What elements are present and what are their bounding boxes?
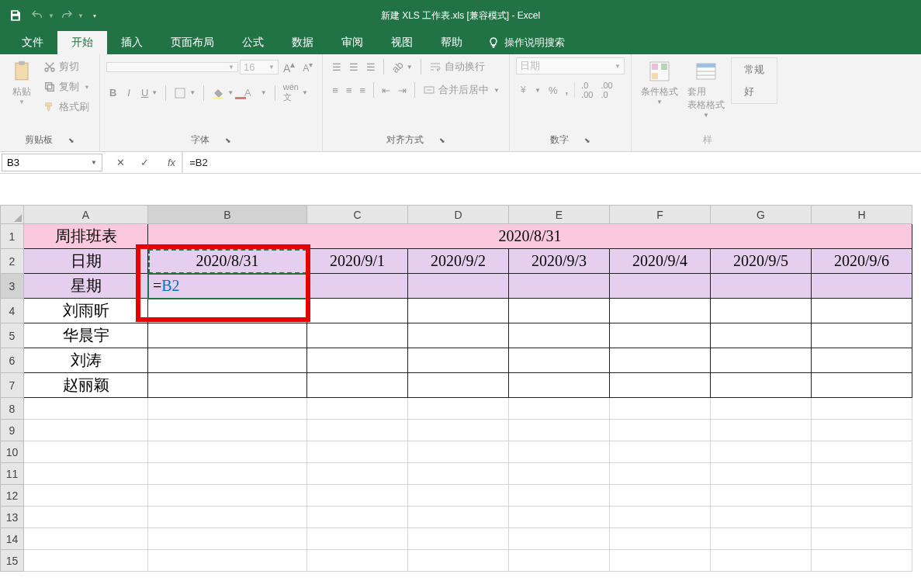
save-icon[interactable] <box>6 6 25 25</box>
cell-B2[interactable]: 2020/8/31 <box>148 249 307 274</box>
row-header-7[interactable]: 7 <box>1 373 24 398</box>
cell-F9[interactable] <box>610 420 711 441</box>
cell-E7[interactable] <box>509 373 610 398</box>
cell-C4[interactable] <box>307 299 408 323</box>
cell-A4[interactable]: 刘雨昕 <box>24 299 148 323</box>
cell-G15[interactable] <box>711 550 812 572</box>
align-launcher-icon[interactable]: ⬊ <box>439 137 445 144</box>
row-header-13[interactable]: 13 <box>1 507 24 528</box>
row-header-1[interactable]: 1 <box>1 224 24 249</box>
accounting-format-button[interactable]: ¥▼ <box>516 81 544 99</box>
col-header-B[interactable]: B <box>148 206 307 224</box>
qat-customize-icon[interactable]: ▾ <box>93 12 96 19</box>
align-left-button[interactable]: ≡ <box>329 81 341 99</box>
cell-D5[interactable] <box>408 323 509 348</box>
cell-C11[interactable] <box>307 463 408 485</box>
row-header-10[interactable]: 10 <box>1 441 24 463</box>
increase-font-button[interactable]: A▴ <box>280 57 298 76</box>
cell-F14[interactable] <box>610 528 711 550</box>
cell-C5[interactable] <box>307 323 408 348</box>
cell-F12[interactable] <box>610 485 711 507</box>
cell-B8[interactable] <box>148 398 307 420</box>
align-center-button[interactable]: ≡ <box>343 81 355 99</box>
cell-H10[interactable] <box>812 441 912 463</box>
tab-help[interactable]: 帮助 <box>427 31 476 54</box>
cut-button[interactable]: 剪切 <box>40 57 93 76</box>
number-format-combo[interactable]: 日期▼ <box>516 57 625 74</box>
increase-decimal-button[interactable]: .0.00 <box>578 79 596 101</box>
wrap-text-button[interactable]: 自动换行 <box>426 57 488 76</box>
cell-E8[interactable] <box>509 398 610 420</box>
cell-A1[interactable]: 周排班表 <box>24 224 148 249</box>
cell-A3[interactable]: 星期 <box>24 274 148 299</box>
formula-cancel-button[interactable]: ✕ <box>112 155 130 170</box>
cell-F2[interactable]: 2020/9/4 <box>610 249 711 274</box>
cell-H5[interactable] <box>812 323 912 348</box>
cell-D15[interactable] <box>408 550 509 572</box>
cell-H12[interactable] <box>812 485 912 507</box>
cell-F7[interactable] <box>610 373 711 398</box>
cell-D13[interactable] <box>408 507 509 528</box>
tab-insert[interactable]: 插入 <box>107 31 157 54</box>
cell-D12[interactable] <box>408 485 509 507</box>
name-box[interactable]: B3 ▼ <box>2 154 102 171</box>
align-top-button[interactable]: ☰ <box>329 57 345 76</box>
italic-button[interactable]: I <box>124 84 133 102</box>
cell-C6[interactable] <box>307 348 408 373</box>
format-as-table-button[interactable]: 套用 表格格式▼ <box>684 57 728 120</box>
col-header-E[interactable]: E <box>509 206 610 224</box>
cell-style-normal[interactable]: 常规 <box>733 60 775 80</box>
cell-F5[interactable] <box>610 323 711 348</box>
cell-H3[interactable] <box>812 274 912 299</box>
cell-A11[interactable] <box>24 463 148 485</box>
cell-B11[interactable] <box>148 463 307 485</box>
cell-B1-merged[interactable]: 2020/8/31 <box>148 224 912 249</box>
cell-C7[interactable] <box>307 373 408 398</box>
cell-H15[interactable] <box>812 550 912 572</box>
cell-C12[interactable] <box>307 485 408 507</box>
cell-G6[interactable] <box>711 348 812 373</box>
font-family-combo[interactable]: ▼ <box>106 62 238 72</box>
cell-G12[interactable] <box>711 485 812 507</box>
cell-A10[interactable] <box>24 441 148 463</box>
cell-G4[interactable] <box>711 299 812 323</box>
cell-G11[interactable] <box>711 463 812 485</box>
select-all-corner[interactable] <box>1 206 24 224</box>
row-header-3[interactable]: 3 <box>1 274 24 299</box>
cell-F11[interactable] <box>610 463 711 485</box>
row-header-14[interactable]: 14 <box>1 528 24 550</box>
row-header-8[interactable]: 8 <box>1 398 24 420</box>
row-header-4[interactable]: 4 <box>1 299 24 323</box>
cell-A2[interactable]: 日期 <box>24 249 148 274</box>
border-button[interactable]: ▼ <box>171 84 199 102</box>
undo-icon[interactable] <box>28 6 47 25</box>
cell-F3[interactable] <box>610 274 711 299</box>
col-header-A[interactable]: A <box>24 206 148 224</box>
cell-E15[interactable] <box>509 550 610 572</box>
cell-G13[interactable] <box>711 507 812 528</box>
row-header-5[interactable]: 5 <box>1 323 24 348</box>
cell-D2[interactable]: 2020/9/2 <box>408 249 509 274</box>
cell-G5[interactable] <box>711 323 812 348</box>
cell-H13[interactable] <box>812 507 912 528</box>
cell-C9[interactable] <box>307 420 408 441</box>
paste-button[interactable]: 粘贴 ▼ <box>6 57 37 107</box>
cell-E11[interactable] <box>509 463 610 485</box>
conditional-format-button[interactable]: 条件格式▼ <box>638 57 681 107</box>
cell-D6[interactable] <box>408 348 509 373</box>
increase-indent-button[interactable]: ⇥ <box>395 81 410 99</box>
cell-E10[interactable] <box>509 441 610 463</box>
cell-H8[interactable] <box>812 398 912 420</box>
cell-D10[interactable] <box>408 441 509 463</box>
font-size-combo[interactable]: 16▼ <box>240 60 279 74</box>
cell-F6[interactable] <box>610 348 711 373</box>
decrease-indent-button[interactable]: ⇤ <box>379 81 393 99</box>
cell-G3[interactable] <box>711 274 812 299</box>
tab-view[interactable]: 视图 <box>377 31 427 54</box>
cell-G14[interactable] <box>711 528 812 550</box>
row-header-6[interactable]: 6 <box>1 348 24 373</box>
col-header-G[interactable]: G <box>711 206 812 224</box>
cell-G10[interactable] <box>711 441 812 463</box>
redo-icon[interactable] <box>57 6 76 25</box>
cell-E2[interactable]: 2020/9/3 <box>509 249 610 274</box>
